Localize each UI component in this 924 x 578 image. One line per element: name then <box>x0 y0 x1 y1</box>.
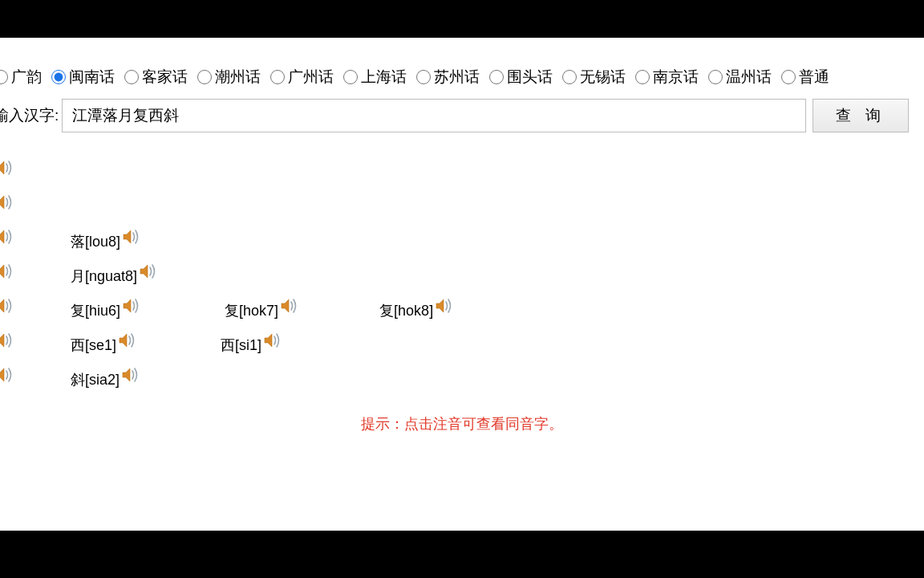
dialect-label-chaozhou[interactable]: 潮州话 <box>215 67 261 88</box>
dialect-option-suzhou[interactable]: 苏州话 <box>416 67 480 88</box>
reading[interactable]: 复[hok7] <box>225 301 278 320</box>
search-button[interactable]: 查 询 <box>813 99 908 132</box>
dialect-radio-shanghai[interactable] <box>343 70 358 84</box>
speaker-icon[interactable] <box>118 332 137 349</box>
speaker-icon[interactable] <box>0 297 14 315</box>
dialect-option-wenzhou[interactable]: 温州话 <box>708 67 772 88</box>
speaker-icon[interactable] <box>122 228 141 246</box>
dialect-radio-guangyun[interactable] <box>0 70 8 84</box>
dialect-label-guangzhou[interactable]: 广州话 <box>288 67 334 88</box>
result-row: 复[hiu6]复[hok7]复[hok8] <box>0 293 924 328</box>
dialect-option-putong[interactable]: 普通 <box>781 67 829 88</box>
dialect-option-hakka[interactable]: 客家话 <box>124 67 188 88</box>
speaker-icon[interactable] <box>121 366 140 384</box>
dialect-option-guangzhou[interactable]: 广州话 <box>270 67 334 88</box>
dialect-label-weitou[interactable]: 围头话 <box>507 67 553 88</box>
dialect-option-shanghai[interactable]: 上海话 <box>343 67 407 88</box>
dialect-radio-wenzhou[interactable] <box>708 70 723 84</box>
dialect-label-nanjing[interactable]: 南京话 <box>653 67 699 88</box>
dialect-radio-chaozhou[interactable] <box>197 70 212 84</box>
dialect-option-guangyun[interactable]: 广韵 <box>0 67 42 88</box>
dialect-radio-putong[interactable] <box>781 70 796 84</box>
reading[interactable]: 复[hok8] <box>379 301 433 320</box>
dialect-radio-suzhou[interactable] <box>416 70 431 84</box>
dialect-label-shanghai[interactable]: 上海话 <box>361 67 407 88</box>
dialect-radio-weitou[interactable] <box>489 70 504 84</box>
result-row <box>0 155 924 189</box>
speaker-icon[interactable] <box>0 263 14 280</box>
speaker-icon[interactable] <box>435 297 454 315</box>
dialect-option-minnan[interactable]: 闽南话 <box>51 67 115 88</box>
dialect-label-hakka[interactable]: 客家话 <box>142 67 188 88</box>
search-label: 输入汉字: <box>0 105 59 126</box>
speaker-icon[interactable] <box>0 193 14 211</box>
dialect-option-nanjing[interactable]: 南京话 <box>635 67 699 88</box>
result-row: 西[se1]西[si1] <box>0 328 924 362</box>
dialect-option-wuxi[interactable]: 无锡话 <box>562 67 626 88</box>
dialect-label-suzhou[interactable]: 苏州话 <box>434 67 480 88</box>
speaker-icon[interactable] <box>122 297 141 315</box>
reading[interactable]: 西[se1] <box>71 336 116 355</box>
speaker-icon[interactable] <box>0 228 14 246</box>
dialect-label-putong[interactable]: 普通 <box>799 67 829 88</box>
reading[interactable]: 斜[sia2] <box>71 370 120 389</box>
dialect-radio-hakka[interactable] <box>124 70 139 84</box>
reading[interactable]: 复[hiu6] <box>71 301 120 320</box>
dialect-radio-nanjing[interactable] <box>635 70 650 84</box>
result-row <box>0 189 924 224</box>
speaker-icon[interactable] <box>280 297 299 315</box>
reading[interactable]: 落[lou8] <box>71 232 120 251</box>
dialect-radio-minnan[interactable] <box>51 70 66 84</box>
speaker-icon[interactable] <box>0 366 14 384</box>
reading[interactable]: 月[nguat8] <box>71 267 137 286</box>
result-row: 落[lou8] <box>0 224 924 258</box>
reading[interactable]: 西[si1] <box>221 336 261 355</box>
dialect-option-chaozhou[interactable]: 潮州话 <box>197 67 261 88</box>
search-input[interactable] <box>62 99 806 132</box>
result-row: 月[nguat8] <box>0 258 924 293</box>
speaker-icon[interactable] <box>0 159 14 177</box>
dialect-option-weitou[interactable]: 围头话 <box>489 67 553 88</box>
dialect-label-minnan[interactable]: 闽南话 <box>69 67 115 88</box>
result-row: 斜[sia2] <box>0 362 924 397</box>
tip-text: 提示：点击注音可查看同音字。 <box>0 414 924 434</box>
dialect-label-wenzhou[interactable]: 温州话 <box>726 67 772 88</box>
speaker-icon[interactable] <box>263 332 282 349</box>
dialect-radio-wuxi[interactable] <box>562 70 577 84</box>
dialect-label-wuxi[interactable]: 无锡话 <box>580 67 626 88</box>
speaker-icon[interactable] <box>0 332 14 349</box>
speaker-icon[interactable] <box>139 263 158 280</box>
dialect-radio-guangzhou[interactable] <box>270 70 285 84</box>
dialect-label-guangyun[interactable]: 广韵 <box>11 67 42 88</box>
